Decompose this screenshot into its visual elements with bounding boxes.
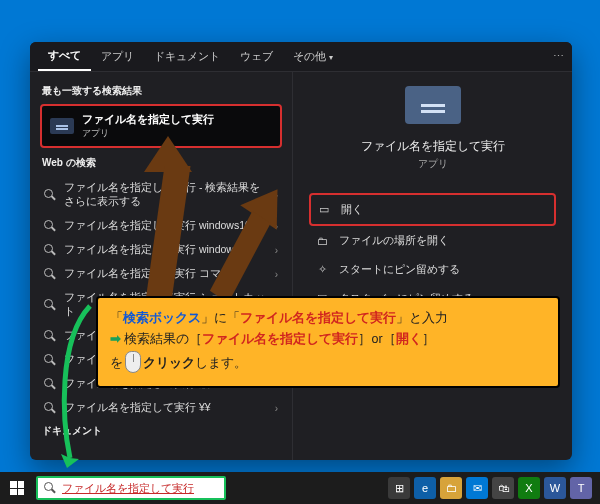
tab-apps[interactable]: アプリ	[91, 44, 144, 70]
detail-title: ファイル名を指定して実行	[361, 138, 505, 155]
store-icon[interactable]: 🛍	[492, 477, 514, 499]
search-icon	[44, 244, 56, 256]
start-button[interactable]	[0, 472, 34, 504]
instruction-callout: 「検索ボックス」に「ファイル名を指定して実行」と入力 ➡ 検索結果の［ファイル名…	[96, 296, 560, 388]
action-pin-start[interactable]: ✧スタートにピン留めする	[309, 255, 556, 284]
teams-icon[interactable]: T	[570, 477, 592, 499]
best-match-label: 最も一致する検索結果	[42, 84, 282, 98]
mail-icon[interactable]: ✉	[466, 477, 488, 499]
run-dialog-icon	[50, 118, 74, 134]
action-open[interactable]: ▭開く	[309, 193, 556, 226]
more-options-icon[interactable]: ⋯	[553, 50, 564, 63]
tab-more[interactable]: その他 ▾	[283, 44, 343, 70]
edge-icon[interactable]: e	[414, 477, 436, 499]
excel-icon[interactable]: X	[518, 477, 540, 499]
mouse-icon	[125, 351, 141, 373]
tab-web[interactable]: ウェブ	[230, 44, 283, 70]
taskbar-search-text: ファイル名を指定して実行	[62, 481, 194, 496]
chevron-right-icon: ›	[275, 403, 278, 414]
search-icon	[44, 189, 56, 201]
result-detail-pane: ファイル名を指定して実行 アプリ ▭開く 🗀ファイルの場所を開く ✧スタートにピ…	[292, 72, 572, 460]
taskbar-tray: ⊞ e 🗀 ✉ 🛍 X W T	[388, 477, 600, 499]
task-view-icon[interactable]: ⊞	[388, 477, 410, 499]
search-icon	[44, 482, 56, 494]
search-icon	[44, 220, 56, 232]
search-icon	[44, 268, 56, 280]
windows-logo-icon	[10, 481, 24, 495]
best-match-title: ファイル名を指定して実行	[82, 112, 214, 127]
run-dialog-icon	[405, 86, 461, 124]
explorer-icon[interactable]: 🗀	[440, 477, 462, 499]
word-icon[interactable]: W	[544, 477, 566, 499]
detail-subtitle: アプリ	[418, 157, 448, 171]
tab-all[interactable]: すべて	[38, 43, 91, 71]
tab-documents[interactable]: ドキュメント	[144, 44, 230, 70]
search-tabs: すべて アプリ ドキュメント ウェブ その他 ▾ ⋯	[30, 42, 572, 72]
annotation-arrow	[150, 138, 190, 303]
open-icon: ▭	[317, 203, 331, 216]
